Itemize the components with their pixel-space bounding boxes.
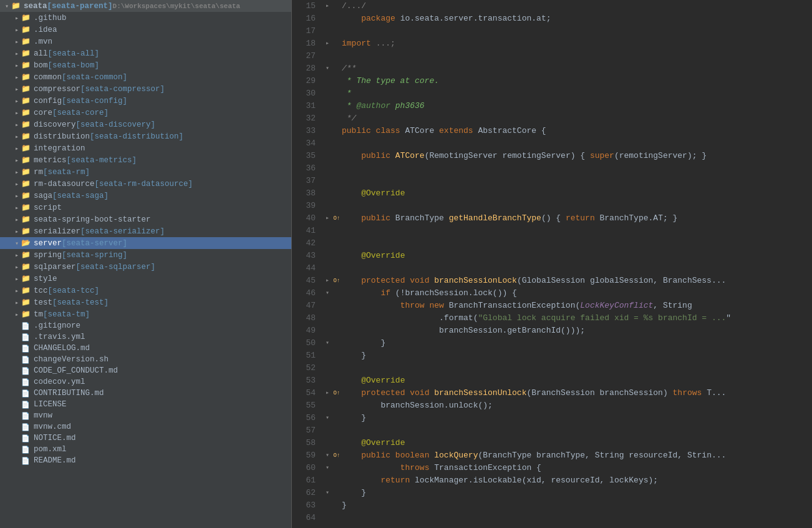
sidebar-item-changeversion[interactable]: 📄changeVersion.sh xyxy=(0,354,291,365)
sidebar-item-license[interactable]: 📄LICENSE xyxy=(0,399,291,410)
sidebar-item-integration[interactable]: ▸📁integration xyxy=(0,142,291,154)
root-arrow: ▾ xyxy=(2,2,11,10)
bracket-label: [seata-tm] xyxy=(43,310,90,319)
item-label: style xyxy=(34,275,57,283)
code-content: */ xyxy=(342,112,812,125)
sidebar-item-contributing[interactable]: 📄CONTRIBUTING.md xyxy=(0,388,291,399)
file-icon: 📄 xyxy=(21,423,31,431)
code-line: 50▾ } xyxy=(297,337,812,350)
code-line: 35 public ATCore(RemotingServer remoting… xyxy=(297,150,812,162)
bracket-label: [seata-server] xyxy=(62,239,127,248)
fold-gutter[interactable]: ▾ xyxy=(323,62,332,75)
sidebar-item-config[interactable]: ▸📁config [seata-config] xyxy=(0,95,291,107)
bracket-label: [seata-all] xyxy=(48,49,100,58)
arrow-icon: ▸ xyxy=(12,86,21,93)
sidebar-item-sqlparser[interactable]: ▸📁sqlparser [seata-sqlparser] xyxy=(0,261,291,273)
sidebar-item-codecov[interactable]: 📄codecov.yml xyxy=(0,376,291,388)
line-number: 15 xyxy=(297,0,323,12)
sidebar-item-changelog[interactable]: 📄CHANGELOG.md xyxy=(0,343,291,354)
file-icon: 📄 xyxy=(21,322,31,330)
item-label: NOTICE.md xyxy=(34,434,76,442)
fold-gutter[interactable]: ▸ xyxy=(323,37,332,50)
item-label: common xyxy=(34,73,62,82)
sidebar-item-server[interactable]: ▾📂server [seata-server] xyxy=(0,237,291,249)
line-number: 48 xyxy=(297,312,323,325)
arrow-icon: ▸ xyxy=(12,157,21,164)
sidebar-item-core[interactable]: ▸📁core [seata-core] xyxy=(0,107,291,119)
sidebar-item-serializer[interactable]: ▸📁serializer [seata-serializer] xyxy=(0,225,291,237)
override-marker[interactable]: O↑ xyxy=(332,212,342,225)
item-label: CHANGELOG.md xyxy=(34,344,90,353)
item-label: discovery xyxy=(34,120,76,129)
sidebar-item-rm-datasource[interactable]: ▸📁rm-datasource [seata-rm-datasource] xyxy=(0,178,291,190)
sidebar-item-mvn[interactable]: ▸📁.mvn xyxy=(0,36,291,47)
code-line: 55 branchSession.unlock(); xyxy=(297,399,812,412)
item-label: spring xyxy=(34,251,62,260)
fold-gutter[interactable]: ▸ xyxy=(323,0,332,12)
sidebar-item-gitignore[interactable]: 📄.gitignore xyxy=(0,320,291,331)
sidebar-item-rm[interactable]: ▸📁rm [seata-rm] xyxy=(0,166,291,178)
sidebar-item-test[interactable]: ▸📁test [seata-test] xyxy=(0,296,291,308)
sidebar-item-pom[interactable]: 📄pom.xml xyxy=(0,444,291,455)
file-icon: 📄 xyxy=(21,434,31,442)
bracket-label: [seata-tcc] xyxy=(48,286,100,295)
sidebar-item-idea[interactable]: ▸📁.idea xyxy=(0,24,291,36)
override-marker[interactable]: O↑ xyxy=(332,275,342,287)
fold-gutter[interactable]: ▾ xyxy=(323,412,332,424)
fold-gutter[interactable]: ▸ xyxy=(323,275,332,287)
code-content: @Override xyxy=(342,250,812,262)
fold-gutter[interactable]: ▾ xyxy=(323,287,332,300)
code-line: 61 return lockManager.isLockable(xid, re… xyxy=(297,474,812,487)
sidebar-item-style[interactable]: ▸📁style xyxy=(0,273,291,285)
bracket-label: [seata-metrics] xyxy=(67,156,137,165)
line-number: 47 xyxy=(297,300,323,312)
fold-gutter[interactable]: ▾ xyxy=(323,337,332,350)
fold-gutter[interactable]: ▾ xyxy=(323,449,332,462)
folder-icon: 📁 xyxy=(21,203,31,212)
fold-gutter[interactable]: ▸ xyxy=(323,387,332,399)
fold-gutter[interactable]: ▸ xyxy=(323,212,332,225)
sidebar-item-spring[interactable]: ▸📁spring [seata-spring] xyxy=(0,249,291,261)
sidebar-item-compressor[interactable]: ▸📁compressor [seata-compressor] xyxy=(0,83,291,95)
item-label: config xyxy=(34,97,62,105)
line-number: 39 xyxy=(297,200,323,212)
sidebar-item-tcc[interactable]: ▸📁tcc [seata-tcc] xyxy=(0,285,291,296)
sidebar-item-bom[interactable]: ▸📁bom [seata-bom] xyxy=(0,59,291,71)
code-content: } xyxy=(342,487,812,499)
sidebar-item-metrics[interactable]: ▸📁metrics [seata-metrics] xyxy=(0,154,291,166)
folder-icon: 📁 xyxy=(21,191,31,200)
sidebar-item-tm[interactable]: ▸📁tm [seata-tm] xyxy=(0,308,291,320)
sidebar-item-all[interactable]: ▸📁all [seata-all] xyxy=(0,47,291,59)
file-tree[interactable]: ▾ 📁 seata [seata-parent] D:\Workspaces\m… xyxy=(0,0,292,528)
sidebar-item-mvnwcmd[interactable]: 📄mvnw.cmd xyxy=(0,421,291,433)
sidebar-item-codeofconduct[interactable]: 📄CODE_OF_CONDUCT.md xyxy=(0,365,291,376)
line-number: 36 xyxy=(297,162,323,175)
sidebar-item-script[interactable]: ▸📁script xyxy=(0,202,291,213)
code-line: 46▾ if (!branchSession.lock()) { xyxy=(297,287,812,300)
override-marker[interactable]: O↑ xyxy=(332,387,342,399)
fold-gutter[interactable]: ▾ xyxy=(323,487,332,499)
sidebar-item-readme[interactable]: 📄README.md xyxy=(0,455,291,466)
code-line: 39 xyxy=(297,200,812,212)
code-line: 17 xyxy=(297,25,812,37)
sidebar-item-travis[interactable]: 📄.travis.yml xyxy=(0,331,291,343)
item-label: all xyxy=(34,49,48,58)
sidebar-item-github[interactable]: ▸📁.github xyxy=(0,12,291,24)
code-line: 58 @Override xyxy=(297,437,812,449)
arrow-icon: ▸ xyxy=(12,311,21,318)
sidebar-item-discovery[interactable]: ▸📁discovery [seata-discovery] xyxy=(0,119,291,130)
bracket-label: [seata-sqlparser] xyxy=(76,263,156,271)
fold-gutter[interactable]: ▾ xyxy=(323,462,332,474)
root-project[interactable]: ▾ 📁 seata [seata-parent] D:\Workspaces\m… xyxy=(0,0,291,12)
sidebar-item-seata-spring-boot-starter[interactable]: ▸📁seata-spring-boot-starter xyxy=(0,213,291,225)
sidebar-item-common[interactable]: ▸📁common [seata-common] xyxy=(0,71,291,83)
sidebar-item-distribution[interactable]: ▸📁distribution [seata-distribution] xyxy=(0,130,291,142)
code-line: 36 xyxy=(297,162,812,175)
code-content: @Override xyxy=(342,374,812,387)
sidebar-item-notice[interactable]: 📄NOTICE.md xyxy=(0,433,291,444)
line-number: 44 xyxy=(297,262,323,275)
override-marker[interactable]: O↑ xyxy=(332,449,342,462)
code-line: 40▸O↑ public BranchType getHandleBranchT… xyxy=(297,212,812,225)
sidebar-item-mvnw[interactable]: 📄mvnw xyxy=(0,410,291,421)
sidebar-item-saga[interactable]: ▸📁saga [seata-saga] xyxy=(0,190,291,202)
